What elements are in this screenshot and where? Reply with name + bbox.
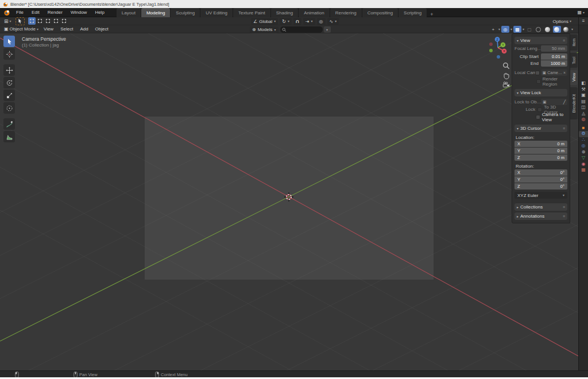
collections-section-header[interactable]: ▸ Collections ≡ <box>514 203 567 211</box>
select-mode-invert-button[interactable] <box>52 17 60 25</box>
outliner-header[interactable]: ≡ <box>579 17 588 25</box>
local-camera-field[interactable]: ▣ Came… × <box>541 69 567 76</box>
shading-solid-button[interactable] <box>544 26 552 33</box>
tool-annotate[interactable] <box>3 118 15 130</box>
workspace-tab-sculpting[interactable]: Sculpting <box>171 8 200 17</box>
sidebar-tab-view[interactable]: View <box>570 70 578 85</box>
workspace-tab-shading[interactable]: Shading <box>271 8 298 17</box>
view-section-header[interactable]: ▾ View ≡ <box>514 37 567 44</box>
proportional-editing-toggle[interactable]: ◎ <box>317 18 326 25</box>
clip-end-field[interactable]: 1000 m <box>541 60 567 67</box>
to-3d-cursor-checkbox[interactable] <box>537 107 542 112</box>
tool-select-box[interactable] <box>3 36 15 47</box>
menu-file[interactable]: File <box>12 8 28 17</box>
menu-add[interactable]: Add <box>76 25 91 33</box>
tool-cursor[interactable] <box>3 48 15 60</box>
workspace-tab-scripting[interactable]: Scripting <box>399 8 427 17</box>
cursor-section-header[interactable]: ▾ 3D Cursor ≡ <box>514 125 567 132</box>
blenderkit-search-field[interactable] <box>280 26 323 33</box>
properties-tab-particles[interactable]: ∴ <box>579 137 588 144</box>
cursor-rotation-z[interactable]: Z 0° <box>514 183 567 190</box>
blender-menu-icon[interactable] <box>3 9 10 16</box>
gizmo-neg-y-axis[interactable] <box>489 49 493 52</box>
show-overlays-toggle[interactable]: ◎ <box>501 26 509 33</box>
pan-view-button[interactable] <box>502 72 510 79</box>
menu-window[interactable]: Window <box>67 8 91 17</box>
shading-rendered-button[interactable] <box>562 26 570 33</box>
workspace-tab-texture-paint[interactable]: Texture Paint <box>233 8 270 17</box>
editor-type-button[interactable]: ⊞ ▾ <box>2 18 13 25</box>
options-dropdown[interactable]: Options ▾ <box>551 18 573 25</box>
search-history-button[interactable]: ▾ <box>324 26 331 33</box>
navigation-gizmo[interactable]: Z Y X <box>486 36 511 62</box>
workspace-tab-animation[interactable]: Animation <box>299 8 330 17</box>
cursor-location-x[interactable]: X 0 m <box>514 141 567 147</box>
blenderkit-category-dropdown[interactable]: ⊕ Models ▾ <box>250 26 278 33</box>
blenderkit-search-input[interactable] <box>288 27 321 32</box>
camera-view-button[interactable] <box>502 81 510 88</box>
render-preview-toggle[interactable]: ▢ <box>525 26 533 33</box>
mode-dropdown[interactable]: ▣ Object Mode ▾ <box>2 26 40 33</box>
properties-tab-world[interactable]: ◍ <box>579 117 588 123</box>
cursor-rotation-x[interactable]: X 0° <box>514 169 567 176</box>
workspace-tab-layout[interactable]: Layout <box>117 8 141 17</box>
select-mode-intersect-button[interactable] <box>60 17 68 25</box>
menu-render[interactable]: Render <box>44 8 67 17</box>
add-workspace-button[interactable]: + <box>427 11 436 17</box>
properties-tab-material[interactable]: ◉ <box>579 161 588 168</box>
xray-toggle[interactable]: ▩ <box>513 26 521 33</box>
transform-orientation-dropdown[interactable]: ∠ Global ▾ <box>251 18 278 25</box>
camera-to-view-checkbox[interactable] <box>536 115 540 119</box>
tool-transform[interactable] <box>3 102 15 114</box>
3d-cursor[interactable] <box>284 192 293 202</box>
properties-tab-scene[interactable]: ◬ <box>579 111 588 117</box>
menu-select[interactable]: Select <box>57 25 76 33</box>
tool-rotate[interactable] <box>3 77 15 88</box>
proportional-falloff-dropdown[interactable]: ∿ ▾ <box>327 18 339 25</box>
shading-material-button[interactable] <box>553 26 561 33</box>
workspace-tab-compositing[interactable]: Compositing <box>362 8 398 17</box>
snap-toggle[interactable]: U <box>293 18 301 25</box>
properties-tab-modifiers[interactable]: ⚙ <box>579 131 588 137</box>
scene-selector[interactable]: ▦ ▾ <box>577 10 585 15</box>
properties-tab-output[interactable]: ▤ <box>579 99 588 105</box>
sidebar-tab-blenderkit[interactable]: BlenderKit <box>570 87 578 119</box>
zoom-view-button[interactable] <box>502 62 510 69</box>
properties-editor-type-button[interactable]: ◧ <box>579 80 588 87</box>
menu-object[interactable]: Object <box>92 25 112 33</box>
properties-tab-view-layer[interactable]: ◫ <box>579 105 588 111</box>
properties-tab-tool[interactable]: ⚒ <box>579 87 588 93</box>
properties-tab-render[interactable]: ▣ <box>579 92 588 99</box>
properties-tab-data[interactable]: ▽ <box>579 155 588 161</box>
properties-tab-physics[interactable]: ◎ <box>579 143 588 149</box>
select-mode-extend-button[interactable] <box>36 17 44 25</box>
eyedropper-icon[interactable]: ╱ <box>563 100 566 105</box>
workspace-tab-uv-editing[interactable]: UV Editing <box>200 8 233 17</box>
properties-tab-object[interactable]: ■ <box>579 125 588 132</box>
pivot-point-dropdown[interactable]: ↻ ▾ <box>280 18 292 25</box>
cursor-location-y[interactable]: Y 0 m <box>514 148 567 154</box>
clip-start-field[interactable]: 0.01 m <box>541 53 567 60</box>
select-mode-new-button[interactable] <box>28 17 36 25</box>
gizmo-neg-x-axis[interactable] <box>489 42 493 46</box>
rotation-mode-dropdown[interactable]: XYZ Euler ▾ <box>514 192 567 199</box>
view-lock-section-header[interactable]: ▾ View Lock <box>514 89 567 96</box>
menu-help[interactable]: Help <box>91 8 108 17</box>
snap-target-dropdown[interactable]: ⇥ ▾ <box>303 18 315 25</box>
workspace-tab-modeling[interactable]: Modeling <box>141 8 170 17</box>
local-camera-checkbox[interactable] <box>535 71 540 75</box>
active-tool-indicator[interactable] <box>16 17 25 25</box>
cursor-rotation-y[interactable]: Y 0° <box>514 176 567 183</box>
close-icon[interactable]: × <box>563 71 566 75</box>
render-region-checkbox[interactable] <box>536 79 541 84</box>
select-mode-subtract-button[interactable] <box>44 17 52 25</box>
focal-length-field[interactable]: 50 mm <box>541 45 567 52</box>
menu-view[interactable]: View <box>40 25 57 33</box>
properties-tab-constraints[interactable]: ⊛ <box>579 149 588 156</box>
tool-move[interactable] <box>3 64 15 76</box>
gizmo-neg-z-axis[interactable] <box>497 55 500 59</box>
sidebar-tab-tool[interactable]: Tool <box>570 53 578 68</box>
properties-tab-texture[interactable]: ▦ <box>579 167 588 173</box>
show-gizmo-toggle[interactable]: + <box>489 26 497 33</box>
workspace-tab-rendering[interactable]: Rendering <box>330 8 362 17</box>
